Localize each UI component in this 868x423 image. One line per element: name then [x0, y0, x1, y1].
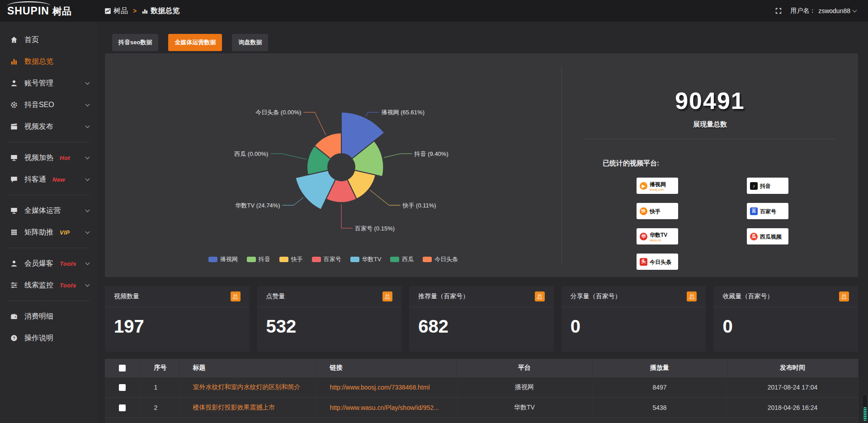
cell-url-link[interactable]: http://www.boosj.com/7338468.html	[316, 377, 457, 397]
row-checkbox[interactable]	[119, 404, 126, 411]
stat-card-0: 视频数量总197	[105, 286, 250, 352]
legend-item-1[interactable]: 抖音	[247, 255, 270, 263]
stat-card-title: 点赞量	[266, 292, 383, 301]
cell-no: 1	[140, 377, 179, 397]
cell-title-link[interactable]: 室外水纹灯和室内水纹灯的区别和简介	[179, 377, 316, 397]
monitor-icon	[10, 207, 18, 215]
sidebar-item-member-baoke[interactable]: 会员爆客Tools	[0, 253, 97, 274]
legend-item-3[interactable]: 百家号	[312, 255, 341, 263]
sidebar-item-label: 会员爆客	[24, 259, 53, 268]
platform-badge-douyin: ♪抖音	[747, 178, 788, 194]
sidebar-item-label: 抖客通	[24, 175, 46, 184]
row-checkbox[interactable]	[119, 384, 126, 391]
stat-card-title: 分享量（百家号）	[571, 292, 687, 301]
legend-item-5[interactable]: 西瓜	[390, 255, 414, 263]
sidebar-item-media-operation[interactable]: 全媒体运营	[0, 200, 97, 221]
breadcrumb: 树品 > 数据总览	[104, 6, 179, 16]
legend-item-6[interactable]: 今日头条	[423, 255, 458, 263]
legend-item-4[interactable]: 华数TV	[350, 255, 382, 263]
sidebar-item-instructions[interactable]: ?操作说明	[0, 327, 97, 349]
sidebar-item-video-publish[interactable]: 视频发布	[0, 116, 97, 137]
home-icon	[10, 36, 18, 44]
videos-table: 序号标题链接平台播放量发布时间1室外水纹灯和室内水纹灯的区别和简介http://…	[105, 359, 859, 423]
sidebar-item-video-heat[interactable]: 视频加热Hot	[0, 147, 97, 169]
chevron-down-icon	[85, 207, 90, 212]
legend-swatch	[350, 257, 359, 262]
cell-title-link[interactable]: 楼体投影灯投影效果震撼上市	[179, 397, 316, 418]
pie-slice-4[interactable]	[295, 170, 335, 210]
tab-douyin-seo-data[interactable]: 抖音seo数据	[112, 34, 158, 51]
tab-media-operation-data[interactable]: 全媒体运营数据	[168, 34, 222, 51]
videos-table-wrap: 序号标题链接平台播放量发布时间1室外水纹灯和室内水纹灯的区别和简介http://…	[105, 359, 858, 423]
legend-label: 西瓜	[402, 255, 414, 263]
stat-card-header: 分享量（百家号）总	[561, 286, 706, 307]
member-icon	[10, 259, 18, 268]
pie-label-1: 抖音 (9.40%)	[414, 150, 448, 157]
sidebar-item-clue-monitor[interactable]: 线索监控Tools	[0, 274, 97, 296]
legend-item-2[interactable]: 快手	[279, 255, 303, 263]
breadcrumb-root[interactable]: 树品	[104, 6, 128, 16]
sidebar-item-account-management[interactable]: 账号管理	[0, 72, 97, 94]
cell-url-link[interactable]: http://www.wasu.cn/Play/show/id/952...	[316, 397, 457, 418]
chevron-down-icon	[85, 80, 90, 85]
column-header-0: 序号	[140, 359, 179, 377]
legend-label: 快手	[291, 255, 303, 263]
row-checkbox-cell	[105, 377, 140, 397]
badge-name: 华数TV	[650, 232, 667, 238]
chevron-down-icon	[85, 155, 90, 159]
sidebar-item-douketong[interactable]: 抖客通New	[0, 169, 97, 190]
sidebar-item-label: 视频发布	[24, 122, 53, 132]
user-menu[interactable]: 用户名：zswodun88	[790, 7, 856, 15]
select-all-checkbox[interactable]	[119, 365, 126, 371]
legend-item-0[interactable]: 播视网	[208, 255, 238, 263]
question-icon: ?	[10, 334, 18, 342]
platform-badge-baijiahao: 百百家号	[747, 203, 788, 219]
pie-label-5: 西瓜 (0.00%)	[234, 150, 268, 157]
total-badge: 总	[687, 291, 697, 301]
scrollbar-thumb[interactable]	[863, 407, 867, 421]
gear-icon	[10, 101, 18, 109]
chevron-down-icon	[85, 176, 90, 181]
sidebar-divider	[7, 142, 90, 142]
pie-label-6: 今日头条 (0.00%)	[255, 109, 301, 116]
baijiahao-logo-icon: 百	[750, 207, 758, 215]
sidebar-item-consumption-detail[interactable]: 消费明细	[0, 306, 97, 327]
app-logo: SHUPIN 树品	[0, 0, 97, 22]
pie-label-line-5	[270, 154, 307, 159]
sidebar-item-matrix-boost[interactable]: 矩阵助推VIP	[0, 221, 97, 243]
cell-platform: 播视网	[457, 377, 592, 397]
fullscreen-icon[interactable]	[775, 7, 782, 14]
impressions-summary: 90491 展现量总数 已统计的视频平台: ▶播视网boosj.com快快手华华…	[562, 53, 858, 277]
screen-icon	[10, 154, 18, 162]
platform-badge-boosj: ▶播视网boosj.com	[637, 178, 678, 194]
sidebar-item-tag: VIP	[60, 229, 70, 236]
chevron-down-icon	[85, 282, 90, 287]
badge-name: 百家号	[760, 208, 776, 215]
grid-icon	[10, 228, 18, 236]
sidebar-item-tag: New	[52, 176, 65, 183]
sidebar-item-data-overview[interactable]: 数据总览	[0, 51, 97, 72]
stat-card-4: 收藏量（百家号）总0	[713, 286, 858, 352]
topbar-right: 用户名：zswodun88	[775, 7, 868, 15]
stat-card-header: 点赞量总	[257, 286, 402, 307]
pie-label-line-4	[283, 197, 304, 205]
wallet-icon	[10, 312, 18, 320]
sidebar-item-home[interactable]: 首页	[0, 29, 97, 51]
pie-label-line-3	[341, 204, 353, 228]
sidebar-item-tag: Hot	[60, 155, 70, 161]
badge-name: 播视网	[650, 181, 666, 188]
tab-inquiry-data[interactable]: 询盘数据	[232, 34, 268, 51]
scrollbar[interactable]	[862, 394, 868, 422]
sidebar-item-label: 账号管理	[24, 79, 53, 88]
username-prefix: 用户名：	[790, 7, 816, 15]
bar-chart-icon	[142, 8, 148, 14]
pie-label-line-0	[366, 112, 379, 116]
breadcrumb-current[interactable]: 数据总览	[142, 6, 179, 16]
sidebar-item-douyin-seo[interactable]: 抖音SEO	[0, 94, 97, 116]
trend-chart-icon	[104, 8, 111, 14]
legend-swatch	[423, 257, 432, 262]
badge-name: 今日头条	[650, 259, 671, 265]
platform-rose-chart: 播视网 (65.61%)抖音 (9.40%)快手 (0.11%)百家号 (0.1…	[105, 53, 561, 277]
douyin-logo-icon: ♪	[750, 182, 758, 190]
stat-card-title: 推荐量（百家号）	[418, 292, 535, 301]
